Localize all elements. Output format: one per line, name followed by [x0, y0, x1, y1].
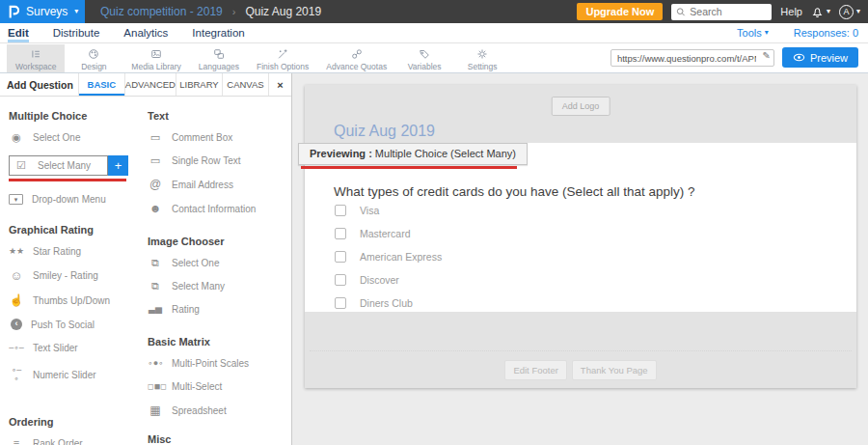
questionpro-survey-editor: Surveys ▾ Quiz competition - 2019 › Quiz… — [0, 0, 868, 445]
translate-icon — [212, 47, 226, 61]
question-type-smiley-rating[interactable]: ☺ Smiley - Rating — [9, 269, 148, 282]
toolbar-tab-languages[interactable]: Languages — [190, 44, 248, 72]
section-title-misc: Misc — [148, 433, 290, 445]
search-input[interactable] — [690, 6, 767, 17]
chevron-down-icon: ▾ — [827, 8, 830, 15]
multi-select-icon: ◻◼◻ — [148, 383, 163, 391]
global-search[interactable] — [671, 4, 772, 20]
previewing-label: Previewing : — [310, 148, 372, 159]
magic-wand-icon — [276, 47, 289, 61]
preview-button[interactable]: Preview — [782, 47, 858, 68]
palette-icon — [87, 47, 100, 61]
breadcrumb-survey-group[interactable]: Quiz competition - 2019 — [100, 5, 223, 18]
panel-tab-basic[interactable]: BASIC — [78, 73, 124, 96]
question-type-single-row-text[interactable]: ▭ Single Row Text — [148, 155, 290, 166]
top-bar: Surveys ▾ Quiz competition - 2019 › Quiz… — [0, 0, 868, 23]
panel-tab-canvas[interactable]: CANVAS — [222, 73, 268, 96]
question-type-comment-box[interactable]: ▭ Comment Box — [148, 132, 290, 143]
option-american-express[interactable]: American Express — [335, 250, 856, 263]
question-type-image-rating[interactable]: ▃▅ Rating — [148, 304, 290, 315]
question-type-thumbs-up-down[interactable]: ☝ Thumbs Up/Down — [9, 294, 148, 306]
section-title-multiple-choice: Multiple Choice — [9, 110, 148, 122]
previewing-value: Multiple Choice (Select Many) — [372, 148, 516, 159]
checkbox[interactable] — [335, 205, 346, 216]
question-type-rank-order[interactable]: ≡ Rank Order — [9, 438, 148, 445]
question-type-image-select-one[interactable]: ⧉ Select One — [148, 258, 290, 268]
question-type-contact-information[interactable]: ☻ Contact Information — [148, 203, 290, 214]
question-type-numeric-slider[interactable]: ∘–∘ Numeric Slider — [9, 366, 148, 383]
toolbar-tab-finish-options[interactable]: Finish Options — [248, 44, 317, 72]
questionpro-logo-icon — [7, 4, 19, 19]
option-diners-club[interactable]: Diners Club — [335, 296, 856, 309]
thank-you-page-button[interactable]: Thank You Page — [572, 360, 657, 380]
toolbar-tab-design[interactable]: Design — [65, 44, 122, 72]
bar-chart-icon: ▃▅ — [148, 305, 163, 314]
toolbar-right: ✎ Preview — [610, 47, 868, 68]
text-field-icon: ▭ — [148, 155, 163, 166]
checkbox[interactable] — [335, 274, 346, 286]
option-discover[interactable]: Discover — [335, 273, 856, 286]
survey-url-input[interactable] — [610, 49, 774, 67]
toolbar-tab-media-library[interactable]: Media Library — [122, 44, 190, 72]
checkbox[interactable] — [335, 228, 346, 239]
question-type-select-many[interactable]: ☑ Select Many — [9, 155, 108, 176]
toolbar-tab-variables[interactable]: Variables — [395, 44, 453, 72]
dropdown-icon: ▾ — [9, 194, 23, 205]
question-type-select-one[interactable]: ◉ Select One — [9, 132, 148, 143]
toolbar-tab-settings[interactable]: Settings — [453, 44, 511, 72]
thumbs-up-icon: ☝ — [9, 294, 24, 306]
checkbox[interactable] — [335, 297, 346, 309]
option-visa[interactable]: Visa — [335, 204, 856, 216]
upgrade-now-button[interactable]: Upgrade Now — [577, 3, 663, 20]
survey-footer: Edit Footer Thank You Page — [305, 312, 856, 388]
question-type-email-address[interactable]: @ Email Address — [148, 179, 290, 190]
image-pair-icon: ⧉ — [148, 281, 163, 292]
product-menu[interactable]: Surveys ▾ — [0, 0, 85, 23]
question-type-multi-point-scales[interactable]: ∘●∘ Multi-Point Scales — [148, 358, 290, 369]
question-type-push-to-social[interactable]: ‹ Push To Social — [9, 319, 148, 330]
account-menu[interactable]: A ▾ — [839, 5, 860, 19]
responses-count[interactable]: Responses: 0 — [794, 27, 858, 39]
question-type-image-select-many[interactable]: ⧉ Select Many — [148, 281, 290, 292]
add-logo-button[interactable]: Add Logo — [552, 97, 610, 116]
topbar-actions: Upgrade Now Help ▾ A ▾ — [577, 3, 868, 20]
toolbar-tab-workspace[interactable]: Workspace — [7, 44, 65, 72]
question-type-column-2: Text ▭ Comment Box ▭ Single Row Text @ E… — [148, 98, 290, 445]
eye-icon — [793, 53, 805, 62]
question-type-drop-down-menu[interactable]: ▾ Drop-down Menu — [9, 194, 148, 205]
tools-menu[interactable]: Tools▾ — [737, 27, 769, 39]
edit-url-pencil-icon[interactable]: ✎ — [762, 50, 770, 61]
panel-tab-advanced[interactable]: ADVANCED — [124, 73, 176, 96]
section-title-graphical-rating: Graphical Rating — [9, 224, 148, 236]
survey-title[interactable]: Quiz Aug 2019 — [334, 123, 435, 140]
question-type-multi-select[interactable]: ◻◼◻ Multi-Select — [148, 381, 290, 392]
chevron-down-icon: ▾ — [856, 8, 860, 15]
question-type-star-rating[interactable]: ★★ Star Rating — [9, 246, 148, 257]
section-title-text: Text — [148, 110, 290, 122]
panel-tab-library[interactable]: LIBRARY — [176, 73, 222, 96]
question-type-select-many-highlighted: ☑ Select Many + — [9, 155, 128, 176]
close-panel-icon[interactable]: × — [268, 73, 291, 96]
person-icon: ☻ — [148, 203, 163, 214]
question-type-text-slider[interactable]: –∘– Text Slider — [9, 343, 148, 353]
option-mastercard[interactable]: Mastercard — [335, 227, 856, 239]
nav-tab-distribute[interactable]: Distribute — [53, 23, 100, 42]
gear-icon — [475, 47, 489, 61]
share-icon: ‹ — [11, 319, 22, 330]
toolbar-tab-advance-quotas[interactable]: Advance Quotas — [317, 44, 395, 72]
checkbox[interactable] — [335, 251, 346, 263]
add-select-many-button[interactable]: + — [108, 155, 128, 176]
help-link[interactable]: Help — [780, 6, 802, 17]
nav-tab-analytics[interactable]: Analytics — [123, 23, 168, 42]
nav-tab-edit[interactable]: Edit — [8, 23, 29, 42]
slider-icon: –∘– — [9, 344, 24, 352]
tag-icon — [418, 47, 431, 61]
nav-tab-integration[interactable]: Integration — [192, 23, 244, 42]
previewing-badge: Previewing : Multiple Choice (Select Man… — [298, 143, 528, 165]
answer-options: Visa Mastercard American Express Di — [305, 204, 856, 309]
notifications-menu[interactable]: ▾ — [811, 5, 830, 18]
comment-box-icon: ▭ — [148, 132, 163, 143]
question-type-spreadsheet[interactable]: ▦ Spreadsheet — [148, 404, 290, 416]
question-type-list: Multiple Choice ◉ Select One ☑ Select Ma… — [0, 97, 291, 445]
edit-footer-button[interactable]: Edit Footer — [504, 360, 566, 380]
